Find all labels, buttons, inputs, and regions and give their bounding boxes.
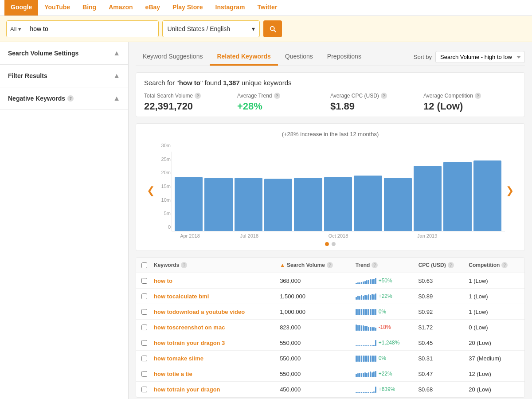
search-input[interactable]: [25, 21, 158, 37]
th-comp: Competition ?: [469, 262, 519, 268]
content-tabs: Keyword SuggestionsRelated KeywordsQuest…: [136, 48, 525, 66]
mini-trend-bar: [366, 356, 368, 362]
x-axis-label: [442, 233, 472, 239]
negative-keywords-help-icon[interactable]: ?: [67, 95, 74, 102]
trend-bars-mini: [356, 293, 376, 300]
chart-bar: [354, 176, 382, 231]
sidebar: Search Volume Settings ▲ Filter Results …: [0, 42, 129, 399]
mini-trend-bar: [356, 374, 357, 377]
mini-trend-bar: [372, 327, 373, 331]
location-dropdown[interactable]: United States / English ▾: [162, 20, 260, 37]
nav-tab-ebay[interactable]: eBay: [139, 0, 166, 16]
negative-keywords-header[interactable]: Negative Keywords ? ▲: [0, 87, 128, 110]
mini-trend-bar: [366, 295, 368, 300]
x-axis-label: Oct 2018: [324, 233, 353, 239]
mini-trend-bar: [363, 373, 364, 377]
row-checkbox[interactable]: [141, 278, 147, 284]
avg-cpc-help[interactable]: ?: [381, 93, 387, 99]
row-checkbox[interactable]: [141, 293, 147, 299]
chart-dot-2[interactable]: [332, 242, 336, 246]
nav-tab-amazon[interactable]: Amazon: [102, 0, 139, 16]
search-volume-settings-header[interactable]: Search Volume Settings ▲: [0, 42, 128, 64]
row-checkbox[interactable]: [141, 356, 147, 361]
sort-arrow-icon: ▲: [280, 262, 285, 268]
sort-select[interactable]: Search Volume - high to lowSearch Volume…: [435, 51, 525, 63]
nav-tab-instagram[interactable]: Instagram: [209, 0, 251, 16]
mini-trend-bar: [357, 309, 359, 315]
trend-help-icon[interactable]: ?: [372, 262, 378, 268]
volume-help-icon[interactable]: ?: [327, 262, 333, 268]
cpc-help-icon[interactable]: ?: [448, 262, 454, 268]
summary-box: Search for "how to" found 1,387 unique k…: [136, 72, 525, 117]
content-tab-keyword-suggestions[interactable]: Keyword Suggestions: [136, 48, 210, 66]
chart-bar: [473, 160, 501, 231]
keyword-help-icon[interactable]: ?: [181, 262, 187, 268]
chart-nav-right[interactable]: ❯: [506, 185, 514, 196]
mini-trend-bar: [375, 328, 376, 331]
volume-cell: 550,000: [280, 355, 355, 362]
mini-trend-bar: [372, 294, 373, 300]
mini-trend-bar: [372, 345, 373, 346]
nav-tab-play-store[interactable]: Play Store: [166, 0, 209, 16]
row-checkbox[interactable]: [141, 371, 147, 377]
mini-trend-bar: [357, 373, 359, 377]
mini-trend-bar: [363, 296, 364, 300]
avg-comp-label: Average Competition ?: [423, 93, 508, 99]
mini-trend-bar: [370, 295, 371, 300]
nav-tab-youtube[interactable]: YouTube: [38, 0, 76, 16]
total-volume-help[interactable]: ?: [195, 93, 201, 99]
trend-cell: -18%: [356, 324, 419, 331]
chart-dot-1[interactable]: [325, 242, 329, 246]
avg-comp-help[interactable]: ?: [475, 93, 481, 99]
x-axis-label: [264, 233, 294, 239]
th-volume[interactable]: ▲ Search Volume ?: [280, 262, 355, 268]
summary-count: 1,387: [223, 79, 240, 86]
content-tab-related-keywords[interactable]: Related Keywords: [210, 48, 278, 66]
mini-trend-bar: [366, 345, 368, 346]
content-tab-questions[interactable]: Questions: [278, 48, 320, 66]
row-checkbox[interactable]: [141, 325, 147, 330]
mini-trend-bar: [366, 309, 368, 315]
search-button[interactable]: [263, 20, 282, 37]
nav-tab-bing[interactable]: Bing: [76, 0, 102, 16]
row-checkbox[interactable]: [141, 309, 147, 315]
row-checkbox-cell: [141, 309, 154, 315]
nav-tab-google[interactable]: Google: [4, 0, 38, 16]
mini-trend-bar: [373, 345, 375, 346]
cpc-cell: $0.63: [419, 278, 469, 284]
select-all-checkbox[interactable]: [141, 262, 147, 268]
content-tab-prepositions[interactable]: Prepositions: [320, 48, 368, 66]
x-axis-label: Apr 2018: [175, 233, 205, 239]
comp-help-icon[interactable]: ?: [501, 262, 508, 268]
keyword-cell: how to screenshot on mac: [154, 324, 280, 331]
search-all-dropdown[interactable]: All ▾: [7, 21, 25, 37]
keyword-cell: how to download a youtube video: [154, 309, 280, 315]
row-checkbox-cell: [141, 325, 154, 330]
trend-pct: +50%: [379, 278, 392, 284]
trend-bars-mini: [356, 308, 376, 315]
top-nav: GoogleYouTubeBingAmazoneBayPlay StoreIns…: [0, 0, 532, 16]
row-checkbox[interactable]: [141, 340, 147, 346]
nav-tab-twitter[interactable]: Twitter: [251, 0, 283, 16]
chevron-up-icon: ▲: [113, 94, 120, 102]
mini-trend-bar: [359, 309, 360, 315]
mini-trend-bar: [370, 356, 371, 362]
keyword-suffix: screenshot on mac: [172, 324, 225, 331]
avg-trend-help[interactable]: ?: [274, 93, 280, 99]
row-checkbox-cell: [141, 293, 154, 299]
mini-trend-bar: [363, 392, 364, 393]
mini-trend-bar: [359, 373, 360, 377]
filter-results-header[interactable]: Filter Results ▲: [0, 65, 128, 87]
table-row: how to train your dragon 450,000 +639% $…: [136, 382, 524, 397]
chart-nav-left[interactable]: ❮: [147, 185, 155, 196]
stat-avg-cpc: Average CPC (USD) ? $1.89: [330, 93, 423, 112]
chart-bar: [384, 178, 412, 231]
table-row: how to make slime 550,000 0% $0.31 37 (M…: [136, 351, 524, 366]
row-checkbox[interactable]: [141, 387, 147, 392]
mini-trend-bar: [373, 309, 375, 315]
y-axis-label: 25m: [156, 156, 171, 162]
trend-cell: +1,248%: [356, 339, 419, 346]
mini-trend-bar: [356, 392, 357, 393]
table-row: how to calculate bmi 1,500,000 +22% $0.8…: [136, 289, 524, 304]
mini-trend-bar: [361, 345, 362, 346]
